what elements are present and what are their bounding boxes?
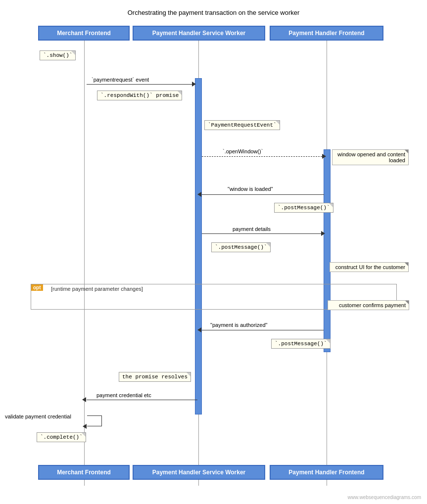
label-paymentrequest: `paymentrequest` event	[92, 77, 149, 83]
lifeline-footer-phf: Payment Handler Frontend	[270, 465, 383, 480]
arrowhead-paymentrequest	[192, 82, 196, 87]
label-payment-authorized: "payment is authorized"	[210, 322, 267, 328]
arrow-window-loaded	[202, 194, 324, 195]
note-postmessage-1: `.postMessage()`	[274, 203, 333, 213]
diagram-container: Orchestrating the payment transaction on…	[0, 0, 427, 504]
note-window-opened: window opened and content loaded	[332, 149, 409, 165]
lifeline-footer-phsw: Payment Handler Service Worker	[133, 465, 265, 480]
arrowhead-openwindow	[322, 154, 326, 159]
arrowhead-payment-details	[321, 231, 325, 236]
activation-phsw	[195, 78, 202, 414]
diagram-title: Orchestrating the payment transaction on…	[128, 9, 300, 16]
lifeline-header-phf: Payment Handler Frontend	[270, 26, 383, 41]
note-payment-request-event: `PaymentRequestEvent`	[204, 120, 280, 130]
note-respondwith: `.respondWith()` promise	[97, 91, 182, 100]
lifeline-header-merchant: Merchant Frontend	[38, 26, 130, 41]
note-show: `.show()`	[40, 50, 76, 60]
label-openwindow: `.openWindow()`	[223, 148, 263, 154]
arrow-payment-authorized	[202, 330, 324, 330]
arrow-payment-credential	[87, 400, 197, 400]
label-payment-details: payment details	[233, 226, 271, 232]
note-customer-confirms: customer confirms payment	[328, 300, 409, 310]
lifeline-merchant	[84, 41, 85, 486]
arrowhead-self	[83, 424, 87, 429]
lifeline-header-phsw: Payment Handler Service Worker	[133, 26, 265, 41]
note-promise-resolves: the promise resolves	[119, 372, 191, 382]
arrow-openwindow	[202, 156, 325, 157]
arrowhead-payment-authorized	[197, 327, 201, 332]
activation-phf	[324, 149, 331, 352]
note-postmessage-2: `.postMessage()`	[211, 242, 271, 252]
opt-condition: [runtime payment parameter changes]	[51, 286, 143, 292]
note-validate: validate payment credential	[5, 413, 71, 419]
note-complete: `.complete()`	[37, 432, 86, 442]
arrowhead-window-loaded	[197, 192, 201, 197]
arrow-paymentrequest	[87, 84, 194, 85]
lifeline-footer-merchant: Merchant Frontend	[38, 465, 130, 480]
arrow-payment-details	[202, 233, 324, 234]
watermark: www.websequencediagrams.com	[348, 495, 421, 500]
arrowhead-payment-credential	[82, 397, 86, 402]
note-postmessage-3: `.postMessage()`	[271, 339, 331, 349]
opt-label: opt	[31, 284, 43, 291]
label-window-loaded: "window is loaded"	[228, 186, 273, 192]
note-construct-ui: construct UI for the customer	[330, 262, 409, 272]
label-payment-credential: payment credential etc	[96, 392, 151, 398]
self-arrow-validate	[87, 415, 102, 426]
